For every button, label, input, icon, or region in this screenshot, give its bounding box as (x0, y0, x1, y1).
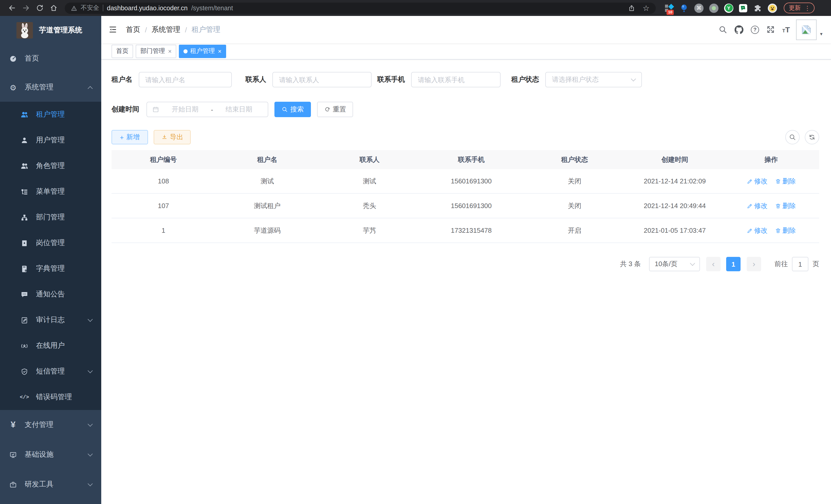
chevron-down-icon (631, 76, 636, 82)
profile-avatar-icon[interactable] (768, 3, 777, 12)
extension-y-icon[interactable]: Y (724, 3, 733, 12)
chrome-update-button[interactable]: 更新 ⋮ (784, 3, 814, 13)
sidebar-logo[interactable]: 芋道管理系统 (0, 16, 101, 44)
browser-forward-icon[interactable] (19, 2, 33, 14)
sidebar-item-dev-tool[interactable]: 研发工具 (0, 470, 101, 499)
tab-dept[interactable]: 部门管理 × (136, 45, 176, 58)
close-icon[interactable]: × (218, 48, 222, 54)
extension-recorder-icon[interactable] (709, 3, 718, 12)
extension-badge: 10 (666, 10, 674, 14)
next-page-button[interactable]: › (747, 257, 761, 271)
sidebar-item-notice[interactable]: 通知公告 (0, 281, 101, 307)
extension-chat-icon[interactable] (739, 4, 747, 12)
goto-page-input[interactable] (792, 257, 808, 271)
active-dot (183, 49, 188, 53)
browser-back-icon[interactable] (5, 2, 19, 14)
chevron-down-icon (88, 317, 93, 322)
toggle-search-button[interactable] (785, 130, 800, 144)
breadcrumb-system[interactable]: 系统管理 (152, 25, 180, 34)
contact-input[interactable] (273, 72, 372, 87)
gear-icon: ⚙ (9, 84, 18, 91)
sidebar-item-infra[interactable]: 基础设施 (0, 440, 101, 470)
extension-command-icon[interactable]: ⌘ (694, 3, 704, 12)
github-icon[interactable] (735, 25, 744, 34)
top-navbar: 首页 / 系统管理 / 租户管理 ? TT ▼ (101, 16, 831, 43)
share-icon[interactable] (628, 4, 635, 11)
breadcrumb-separator: / (185, 25, 187, 34)
browser-reload-icon[interactable] (33, 2, 47, 14)
security-label: 不安全 (81, 4, 99, 12)
sidebar-item-home[interactable]: 首页 (0, 44, 101, 73)
status-select-placeholder: 请选择租户状态 (552, 75, 599, 84)
browser-home-icon[interactable] (47, 2, 61, 14)
edit-icon (746, 178, 753, 184)
refresh-table-button[interactable] (805, 130, 819, 144)
date-end-placeholder[interactable]: 结束日期 (215, 105, 263, 114)
tree-list-icon (20, 188, 29, 196)
page-size-select[interactable]: 10条/页 (649, 257, 700, 271)
extension-balloon-icon[interactable] (679, 3, 689, 12)
delete-link[interactable]: 删除 (775, 201, 796, 210)
close-icon[interactable]: × (168, 48, 172, 54)
sidebar-item-user[interactable]: 用户管理 (0, 127, 101, 153)
export-button[interactable]: 导出 (154, 130, 191, 144)
sidebar-item-pay[interactable]: ¥ 支付管理 (0, 410, 101, 440)
total-count: 共 3 条 (620, 260, 641, 269)
sidebar-item-error-code[interactable]: </> 错误码管理 (0, 384, 101, 410)
breadcrumb-home[interactable]: 首页 (126, 25, 140, 34)
edit-link[interactable]: 修改 (746, 201, 768, 210)
reset-button[interactable]: 重置 (317, 102, 353, 117)
yen-icon: ¥ (9, 420, 18, 430)
status-value: 关闭 (523, 176, 627, 186)
add-button[interactable]: + 新增 (112, 130, 148, 144)
col-status: 租户状态 (523, 155, 627, 164)
breadcrumb-separator: / (145, 25, 147, 34)
sidebar-item-role[interactable]: 角色管理 (0, 153, 101, 179)
date-start-placeholder[interactable]: 开始日期 (161, 105, 209, 114)
sidebar-item-online-user[interactable]: 在线用户 (0, 333, 101, 359)
bookmark-star-icon[interactable]: ☆ (643, 4, 650, 12)
search-icon[interactable] (718, 25, 727, 34)
current-page-button[interactable]: 1 (726, 257, 741, 271)
sidebar-item-post[interactable]: 岗位管理 (0, 230, 101, 256)
col-tenant-name: 租户名 (215, 155, 319, 164)
tab-home[interactable]: 首页 (112, 45, 133, 58)
org-chart-icon (20, 213, 29, 221)
address-bar[interactable]: 不安全 dashboard.yudao.iocoder.cn/system/te… (65, 2, 656, 13)
phone-label: 联系手机 (377, 75, 405, 84)
extension-tag-icon[interactable]: 10 (664, 3, 674, 12)
sidebar-item-audit-log[interactable]: 审计日志 (0, 307, 101, 333)
sidebar-item-menu[interactable]: 菜单管理 (0, 179, 101, 205)
status-label: 租户状态 (511, 75, 539, 84)
sidebar-item-tenant[interactable]: 租户管理 (0, 102, 101, 127)
col-actions: 操作 (723, 155, 819, 164)
delete-link[interactable]: 删除 (775, 176, 796, 186)
edit-link[interactable]: 修改 (746, 176, 768, 186)
calendar-icon (152, 106, 159, 113)
date-range-picker[interactable]: 开始日期 - 结束日期 (146, 102, 268, 117)
avatar[interactable] (796, 19, 816, 40)
fullscreen-icon[interactable] (766, 25, 775, 34)
help-icon[interactable]: ? (751, 25, 759, 34)
sidebar-item-sms[interactable]: 短信管理 (0, 359, 101, 384)
breadcrumb-current: 租户管理 (192, 25, 221, 34)
search-button[interactable]: 搜索 (275, 102, 311, 117)
tab-tenant[interactable]: 租户管理 × (179, 45, 226, 58)
browser-toolbar: 不安全 dashboard.yudao.iocoder.cn/system/te… (0, 0, 831, 16)
browser-menu-icon[interactable]: ⋮ (804, 4, 810, 11)
sidebar-item-system[interactable]: ⚙ 系统管理 (0, 73, 101, 102)
col-created: 创建时间 (627, 155, 723, 164)
font-size-icon[interactable]: TT (782, 25, 790, 34)
edit-link[interactable]: 修改 (746, 226, 768, 235)
extensions-puzzle-icon[interactable] (753, 3, 762, 12)
tenant-name-input[interactable] (139, 72, 231, 87)
delete-link[interactable]: 删除 (775, 226, 796, 235)
sidebar-item-dict[interactable]: 字典管理 (0, 256, 101, 281)
sidebar-collapse-icon[interactable] (109, 25, 117, 34)
prev-page-button[interactable]: ‹ (706, 257, 720, 271)
status-select[interactable]: 请选择租户状态 (545, 72, 642, 87)
sidebar-item-dept[interactable]: 部门管理 (0, 205, 101, 230)
phone-input[interactable] (411, 72, 500, 87)
avatar-caret-icon[interactable]: ▼ (819, 32, 823, 36)
chat-bubble-icon (20, 291, 29, 298)
